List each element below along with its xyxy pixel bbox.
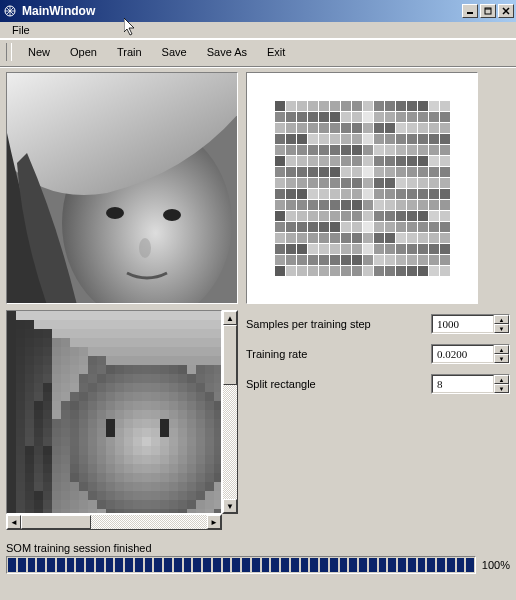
window-title: MainWindow (22, 4, 462, 18)
progress-percent: 100% (482, 559, 510, 571)
split-input[interactable] (432, 375, 494, 393)
maximize-button[interactable] (480, 4, 496, 18)
toolbar-grip[interactable] (6, 43, 12, 61)
samples-input[interactable] (432, 315, 494, 333)
som-grid-panel (246, 72, 478, 304)
train-button[interactable]: Train (107, 43, 152, 61)
scroll-down-icon[interactable]: ▼ (223, 499, 237, 513)
rate-input[interactable] (432, 345, 494, 363)
menu-file[interactable]: File (6, 22, 36, 38)
open-button[interactable]: Open (60, 43, 107, 61)
result-image-panel (6, 310, 222, 514)
split-label: Split rectangle (246, 378, 431, 390)
spin-down-icon[interactable]: ▼ (494, 324, 509, 333)
samples-label: Samples per training step (246, 318, 431, 330)
scroll-right-icon[interactable]: ► (207, 515, 221, 529)
horizontal-scrollbar[interactable]: ◄ ► (6, 514, 222, 530)
minimize-button[interactable] (462, 4, 478, 18)
spin-down-icon[interactable]: ▼ (494, 384, 509, 393)
som-grid (275, 101, 450, 276)
toolbar: New Open Train Save Save As Exit (0, 39, 516, 67)
parameters-panel: Samples per training step ▲▼ Training ra… (246, 310, 510, 530)
close-button[interactable] (498, 4, 514, 18)
svg-point-8 (139, 238, 151, 258)
scroll-thumb[interactable] (21, 515, 91, 529)
svg-point-7 (163, 209, 181, 221)
vertical-scrollbar[interactable]: ▲ ▼ (222, 310, 238, 514)
status-text: SOM training session finished (0, 536, 516, 556)
spin-down-icon[interactable]: ▼ (494, 354, 509, 363)
saveas-button[interactable]: Save As (197, 43, 257, 61)
spin-up-icon[interactable]: ▲ (494, 375, 509, 384)
rate-stepper[interactable]: ▲▼ (431, 344, 510, 364)
app-icon (2, 3, 18, 19)
split-stepper[interactable]: ▲▼ (431, 374, 510, 394)
exit-button[interactable]: Exit (257, 43, 295, 61)
title-bar: MainWindow (0, 0, 516, 22)
source-image-panel (6, 72, 238, 304)
rate-label: Training rate (246, 348, 431, 360)
save-button[interactable]: Save (152, 43, 197, 61)
scroll-thumb[interactable] (223, 325, 237, 385)
scroll-left-icon[interactable]: ◄ (7, 515, 21, 529)
new-button[interactable]: New (18, 43, 60, 61)
svg-point-6 (106, 207, 124, 219)
menu-bar: File (0, 22, 516, 39)
samples-stepper[interactable]: ▲▼ (431, 314, 510, 334)
scroll-up-icon[interactable]: ▲ (223, 311, 237, 325)
spin-up-icon[interactable]: ▲ (494, 345, 509, 354)
spin-up-icon[interactable]: ▲ (494, 315, 509, 324)
progress-bar (6, 556, 476, 574)
